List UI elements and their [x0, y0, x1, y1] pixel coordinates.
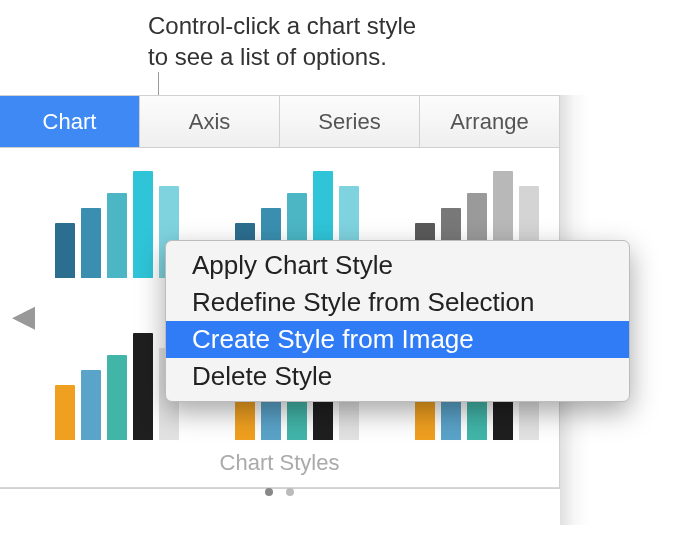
divider — [0, 487, 559, 488]
chart-styles-label: Chart Styles — [0, 450, 559, 476]
tab-bar: Chart Axis Series Arrange — [0, 96, 559, 148]
bar-icon — [133, 333, 153, 440]
callout-text: Control-click a chart style to see a lis… — [148, 10, 416, 72]
bar-icon — [107, 355, 127, 440]
callout-line1: Control-click a chart style — [148, 12, 416, 39]
tab-chart[interactable]: Chart — [0, 96, 140, 147]
menu-item-delete-style[interactable]: Delete Style — [166, 358, 629, 395]
bar-icon — [55, 223, 75, 278]
menu-item-create-style[interactable]: Create Style from Image — [166, 321, 629, 358]
tab-axis[interactable]: Axis — [140, 96, 280, 147]
page-dot[interactable] — [286, 488, 294, 496]
tab-series[interactable]: Series — [280, 96, 420, 147]
callout-line2: to see a list of options. — [148, 43, 387, 70]
bar-icon — [55, 385, 75, 440]
bar-icon — [107, 193, 127, 278]
chevron-left-icon[interactable]: ◀︎ — [12, 298, 35, 333]
bar-icon — [81, 370, 101, 440]
tab-arrange[interactable]: Arrange — [420, 96, 559, 147]
menu-item-redefine-style[interactable]: Redefine Style from Selection — [166, 284, 629, 321]
page-dot[interactable] — [265, 488, 273, 496]
bar-icon — [81, 208, 101, 278]
menu-item-apply-style[interactable]: Apply Chart Style — [166, 247, 629, 284]
page-dots — [0, 482, 559, 500]
bar-icon — [133, 171, 153, 278]
context-menu: Apply Chart Style Redefine Style from Se… — [165, 240, 630, 402]
